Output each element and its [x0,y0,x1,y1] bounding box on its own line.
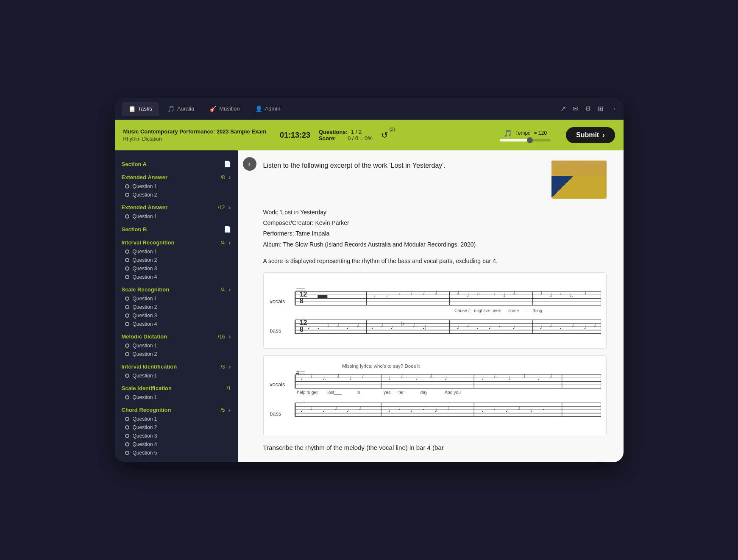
svg-text:♩: ♩ [410,290,413,295]
list-item[interactable]: Question 4 [122,440,231,449]
exam-title: Music Contemporary Performance: 2023 Sam… [123,128,266,136]
tablet-frame: 📋 Tasks 🎵 Auralia 🎸 Musition 👤 Admin ↗ ✉… [115,98,624,462]
tab-admin[interactable]: 👤 Admin [248,102,287,116]
svg-text:8: 8 [299,297,303,305]
tempo-icon: 🎵 [504,129,512,137]
tempo-value: = 120 [534,130,547,136]
tempo-thumb [527,137,533,143]
list-item[interactable]: Question 1 [122,182,231,191]
tab-tasks[interactable]: 📋 Tasks [122,102,159,116]
music-score-1: vocals 𝄗 12 8 [263,272,607,349]
music-icon-4: ♪ [228,287,231,293]
list-item[interactable]: Question 2 [122,303,231,311]
tab-auralia[interactable]: 🎵 Auralia [161,102,201,116]
interval-recognition-header[interactable]: Interval Recognition /4 ♪ [122,238,231,247]
replay-button[interactable]: (2) ↺ [381,130,388,140]
harmonic-dictation-header[interactable]: Harmonic Dictation /2 ♪ [122,460,231,462]
list-item[interactable]: Question 3 [122,311,231,320]
list-item[interactable]: Question 1 [122,341,231,350]
svg-text:♩.: ♩. [476,290,480,295]
tab-musition-label: Musition [219,105,240,112]
back-button[interactable]: ‹ [243,157,256,171]
svg-text:(♩: (♩ [401,321,404,325]
chord-recognition-header[interactable]: Chord Recognition /5 ♪ [122,405,231,415]
svg-text:𝅗: 𝅗 [373,295,375,297]
music-icon-6: ♪ [228,364,231,370]
extended-answer-2-header[interactable]: Extended Answer /12 ♪ [122,202,231,212]
svg-text:♩: ♩ [508,375,510,380]
svg-text:♩: ♩ [542,406,544,410]
tab-musition[interactable]: 🎸 Musition [203,102,246,116]
list-item[interactable]: Question 2 [122,256,231,264]
submit-button[interactable]: Submit › [566,127,615,143]
interval-identification-header[interactable]: Interval Identification /3 ♪ [122,362,231,371]
extended-answer-1-header[interactable]: Extended Answer /8 ♪ [122,172,231,182]
chart-icon[interactable]: ↗ [560,105,566,113]
tempo-label: Tempo [515,130,531,136]
question-circle [125,266,129,271]
scale-identification-header[interactable]: Scale Identification /1 [122,383,231,393]
question-circle [125,305,129,309]
svg-text:♩: ♩ [322,408,324,413]
musition-icon: 🎸 [209,105,217,112]
svg-text:Missing lyrics: who's to say? : Missing lyrics: who's to say? Does it [342,363,420,369]
svg-text:♩: ♩ [388,408,390,413]
svg-text:♩: ♩ [584,290,586,295]
melodic-dictation-header[interactable]: Melodic Dictation /16 ♪ [122,332,231,341]
list-item[interactable]: Question 3 [122,264,231,273]
svg-text:♩: ♩ [488,325,490,330]
music-icon-3: ♪ [228,240,231,246]
scale-recognition-header[interactable]: Scale Recognition /4 ♪ [122,285,231,294]
list-item[interactable]: Question 2 [122,423,231,432]
svg-text:♩: ♩ [371,325,373,330]
scale-recognition-score: /4 [220,287,225,293]
melodic-dictation: Melodic Dictation /16 ♪ Question 1 Quest… [115,330,238,360]
submit-label: Submit [576,131,599,139]
sidebar: Section A 📄 Extended Answer /8 ♪ Questio… [115,150,238,462]
list-item[interactable]: Question 1 [122,415,231,423]
music-icon-2: ♪ [228,205,231,211]
svg-text:♩: ♩ [549,323,551,327]
list-item[interactable]: Question 4 [122,273,231,281]
tempo-slider[interactable] [500,139,551,141]
svg-text:♩: ♩ [310,373,313,378]
list-item[interactable]: Question 3 [122,432,231,440]
list-item[interactable]: Question 1 [122,212,231,221]
svg-text:♩: ♩ [391,325,393,330]
list-item[interactable]: Question 2 [122,191,231,199]
list-item[interactable]: Question 1 [122,247,231,256]
svg-text:Cause it: Cause it [454,308,471,313]
mail-icon[interactable]: ✉ [573,105,578,113]
question-circle [125,451,129,455]
list-item[interactable]: Question 2 [122,350,231,358]
svg-text:-: - [525,308,526,313]
svg-text:♩: ♩ [310,406,312,410]
svg-text:And you: And you [445,390,461,395]
svg-text:♩.: ♩. [322,375,326,380]
svg-text:♩): ♩) [423,325,426,330]
question-circle [125,214,129,219]
question-circle [125,425,129,430]
svg-text:♩: ♩ [413,323,415,327]
question-circle [125,374,129,378]
intro-paragraph: Listen to the following excerpt of the w… [263,161,446,171]
screen-icon[interactable]: ⊞ [598,105,603,113]
gear-icon[interactable]: ⚙ [585,105,591,113]
exit-icon[interactable]: → [610,105,617,113]
list-item[interactable]: Question 1 [122,371,231,380]
svg-text:♩: ♩ [493,290,496,295]
svg-text:some: some [508,308,519,313]
question-circle [125,250,129,254]
album-label-right: LOST IN YESTERDAY [579,162,605,165]
svg-text:♩: ♩ [349,375,352,380]
list-item[interactable]: Question 5 [122,449,231,457]
svg-text:♩: ♩ [559,325,561,330]
list-item[interactable]: Question 1 [122,294,231,303]
music-icon-5: ♪ [228,334,231,340]
content-header: Listen to the following excerpt of the w… [263,161,607,199]
list-item[interactable]: Question 4 [122,320,231,328]
exam-subtitle: Rhythm Dictation [123,136,266,142]
list-item[interactable]: Question 1 [122,393,231,402]
questions-info: Questions: 1 / 2 Score: 0 / 0 = 0% [319,129,373,141]
tasks-icon: 📋 [128,105,136,112]
